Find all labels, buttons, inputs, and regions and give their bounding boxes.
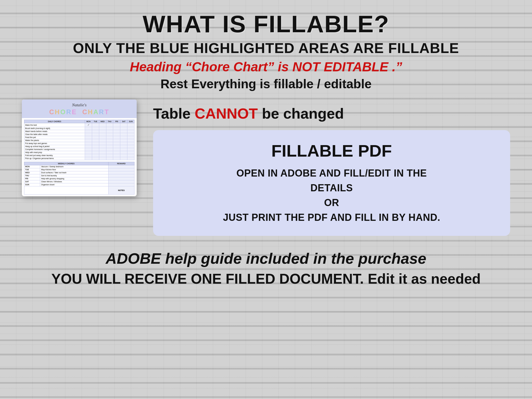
- daily-chore-cell[interactable]: [92, 145, 99, 148]
- daily-chore-cell[interactable]: [120, 154, 127, 157]
- daily-chore-cell[interactable]: [120, 157, 127, 160]
- daily-chore-cell[interactable]: [120, 127, 127, 130]
- daily-chore-cell[interactable]: [85, 136, 92, 139]
- daily-chore-cell[interactable]: [92, 133, 99, 136]
- daily-chore-cell[interactable]: [92, 154, 99, 157]
- daily-chore-cell[interactable]: [99, 145, 106, 148]
- weekly-reward-cell[interactable]: [108, 165, 134, 168]
- daily-chore-cell[interactable]: [92, 130, 99, 133]
- daily-chore-cell[interactable]: [99, 148, 106, 151]
- weekly-day-label: MON: [24, 165, 40, 168]
- daily-chore-cell[interactable]: [99, 157, 106, 160]
- daily-chore-cell[interactable]: [120, 148, 127, 151]
- weekly-reward-cell[interactable]: [108, 171, 134, 174]
- daily-chore-name: Clear the table after meals: [24, 133, 85, 136]
- daily-chore-cell[interactable]: [113, 157, 120, 160]
- daily-chore-cell[interactable]: [120, 139, 127, 142]
- daily-chore-cell[interactable]: [106, 142, 113, 145]
- daily-chore-cell[interactable]: [99, 139, 106, 142]
- weekly-reward-cell[interactable]: [108, 174, 134, 177]
- daily-chore-cell[interactable]: [127, 145, 135, 148]
- daily-chore-name: Complete homework / assignments: [24, 148, 85, 151]
- footer-section: ADOBE help guide included in the purchas…: [22, 250, 510, 287]
- daily-chore-cell[interactable]: [113, 145, 120, 148]
- weekly-reward-cell[interactable]: [108, 168, 134, 171]
- daily-chore-cell[interactable]: [113, 142, 120, 145]
- weekly-reward-cell[interactable]: [108, 180, 134, 183]
- daily-chore-cell[interactable]: [120, 133, 127, 136]
- daily-chore-cell[interactable]: [85, 151, 92, 154]
- weekly-reward-cell[interactable]: [108, 177, 134, 180]
- daily-chore-cell[interactable]: [127, 157, 135, 160]
- daily-chore-cell[interactable]: [106, 154, 113, 157]
- daily-chore-cell[interactable]: [92, 127, 99, 130]
- daily-chore-cell[interactable]: ✓: [85, 123, 92, 127]
- weekly-day-label: SAT: [24, 180, 40, 183]
- daily-chore-cell[interactable]: [106, 157, 113, 160]
- daily-chore-cell[interactable]: [85, 154, 92, 157]
- daily-chore-cell[interactable]: [127, 133, 135, 136]
- daily-chore-cell[interactable]: [85, 145, 92, 148]
- daily-chore-cell[interactable]: [113, 136, 120, 139]
- daily-chore-cell[interactable]: [99, 130, 106, 133]
- daily-chore-cell[interactable]: [99, 123, 106, 127]
- daily-chore-cell[interactable]: [92, 123, 99, 127]
- header-section: WHAT IS FILLABLE? ONLY THE BLUE HIGHLIGH…: [22, 11, 510, 91]
- daily-chore-cell[interactable]: [106, 145, 113, 148]
- daily-chore-cell[interactable]: [113, 139, 120, 142]
- daily-chore-cell[interactable]: [113, 130, 120, 133]
- daily-chore-cell[interactable]: [92, 151, 99, 154]
- daily-chore-cell[interactable]: [120, 142, 127, 145]
- daily-chore-cell[interactable]: [99, 154, 106, 157]
- daily-chore-cell[interactable]: [85, 139, 92, 142]
- daily-chore-cell[interactable]: [113, 123, 120, 127]
- daily-chore-cell[interactable]: [127, 154, 135, 157]
- daily-chore-cell[interactable]: [113, 127, 120, 130]
- daily-chore-cell[interactable]: [85, 142, 92, 145]
- daily-chore-cell[interactable]: [127, 127, 135, 130]
- daily-chore-cell[interactable]: [92, 148, 99, 151]
- daily-chore-cell[interactable]: [120, 151, 127, 154]
- daily-chore-cell[interactable]: [120, 123, 127, 127]
- chore-chart-document: Natalie's CHORE CHART DAILY CHORES MON T…: [22, 99, 137, 196]
- weekly-reward-cell[interactable]: [108, 183, 134, 186]
- daily-chore-cell[interactable]: [120, 145, 127, 148]
- daily-chore-cell[interactable]: [99, 133, 106, 136]
- editable-note: Rest Everything is fillable / editable: [22, 77, 510, 91]
- daily-chore-cell[interactable]: [92, 139, 99, 142]
- daily-chore-cell[interactable]: [92, 136, 99, 139]
- daily-chore-cell[interactable]: [99, 127, 106, 130]
- daily-chore-cell[interactable]: [127, 123, 135, 127]
- daily-chore-cell[interactable]: [113, 151, 120, 154]
- daily-chore-cell[interactable]: [127, 142, 135, 145]
- daily-chore-cell[interactable]: [106, 133, 113, 136]
- daily-chore-cell[interactable]: [99, 136, 106, 139]
- daily-chore-cell[interactable]: [85, 133, 92, 136]
- daily-chore-cell[interactable]: [85, 148, 92, 151]
- daily-chore-cell[interactable]: [127, 151, 135, 154]
- daily-chore-cell[interactable]: [120, 130, 127, 133]
- daily-chore-cell[interactable]: [106, 127, 113, 130]
- daily-chore-cell[interactable]: [106, 130, 113, 133]
- daily-chore-cell[interactable]: [85, 127, 92, 130]
- daily-chore-cell[interactable]: [85, 157, 92, 160]
- daily-chore-cell[interactable]: [99, 142, 106, 145]
- daily-chore-cell[interactable]: [106, 148, 113, 151]
- daily-chore-cell[interactable]: [113, 133, 120, 136]
- daily-chore-cell[interactable]: [127, 148, 135, 151]
- daily-chore-cell[interactable]: [127, 130, 135, 133]
- daily-chore-cell[interactable]: [127, 136, 135, 139]
- daily-chore-cell[interactable]: [92, 142, 99, 145]
- daily-chore-cell[interactable]: [99, 151, 106, 154]
- daily-chore-cell[interactable]: [113, 148, 120, 151]
- daily-chore-cell[interactable]: [127, 139, 135, 142]
- daily-chore-cell[interactable]: [106, 151, 113, 154]
- daily-chore-cell[interactable]: [106, 136, 113, 139]
- daily-chore-cell[interactable]: [85, 130, 92, 133]
- reward-header: REWARD: [108, 162, 134, 165]
- daily-chore-cell[interactable]: [120, 136, 127, 139]
- daily-chore-cell[interactable]: [113, 154, 120, 157]
- daily-chore-cell[interactable]: [106, 123, 113, 127]
- daily-chore-cell[interactable]: [106, 139, 113, 142]
- daily-chore-cell[interactable]: [92, 157, 99, 160]
